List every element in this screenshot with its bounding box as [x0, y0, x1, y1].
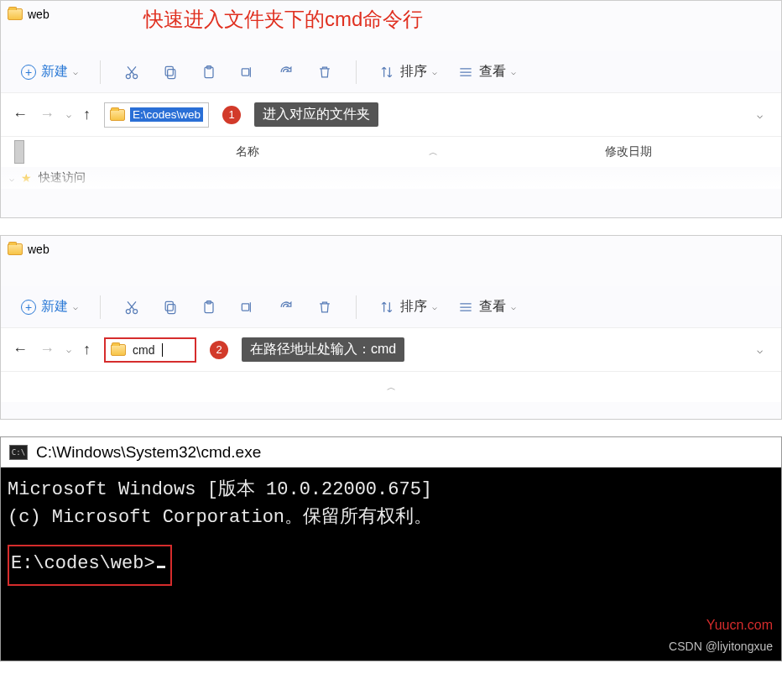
sort-label: 排序 [400, 298, 427, 316]
share-button[interactable] [268, 293, 304, 321]
folder-icon [110, 109, 125, 121]
column-headers: 名称 ︿ 修改日期 [1, 137, 781, 167]
cmd-title: C:\Windows\System32\cmd.exe [36, 443, 261, 462]
sort-button[interactable]: 排序 ⌵ [370, 293, 446, 321]
folder-icon [8, 243, 23, 255]
svg-rect-3 [165, 66, 173, 76]
back-button[interactable]: ← [13, 106, 28, 123]
history-dropdown[interactable]: ⌵ [66, 110, 71, 119]
address-input[interactable]: cmd [131, 343, 156, 357]
rename-button[interactable] [230, 293, 265, 321]
step-2-badge: 2 [210, 341, 228, 359]
fade-overlay [1, 167, 781, 189]
view-button[interactable]: 查看 ⌵ [449, 58, 524, 86]
prompt-highlight: E:\codes\web> [8, 545, 172, 586]
sort-icon [378, 299, 395, 316]
svg-point-1 [133, 74, 138, 78]
svg-rect-2 [168, 69, 175, 78]
step-1-callout: 进入对应的文件夹 [254, 102, 378, 127]
explorer-window-2: web + 新建 ⌵ 排序 ⌵ 查看 ⌵ ← → ⌵ ↑ [0, 235, 782, 420]
forward-button[interactable]: → [39, 341, 55, 358]
delete-button[interactable] [307, 293, 342, 321]
scrollbar-thumb[interactable] [14, 140, 24, 164]
nav-arrows: ← → ⌵ ↑ [13, 106, 91, 123]
titlebar: web [1, 236, 781, 263]
step-1-badge: 1 [222, 106, 241, 124]
separator [100, 60, 101, 84]
sort-label: 排序 [400, 63, 427, 81]
terminal[interactable]: Microsoft Windows [版本 10.0.22000.675] (c… [1, 468, 781, 661]
view-icon [457, 299, 474, 316]
paste-button[interactable] [191, 58, 227, 86]
share-button[interactable] [268, 58, 304, 86]
svg-rect-10 [165, 301, 173, 311]
sort-icon [378, 64, 395, 81]
svg-point-7 [126, 309, 130, 313]
copy-button[interactable] [153, 58, 188, 86]
sort-asc-icon: ︿ [387, 381, 396, 394]
terminal-line-1: Microsoft Windows [版本 10.0.22000.675] [8, 476, 774, 504]
separator [356, 60, 357, 84]
address-right: ⌵ [418, 344, 769, 356]
up-button[interactable]: ↑ [83, 106, 91, 123]
column-headers: ︿ [1, 372, 781, 402]
terminal-cursor [157, 566, 165, 568]
cut-button[interactable] [114, 58, 149, 86]
copy-button[interactable] [153, 293, 188, 321]
terminal-prompt: E:\codes\web> [11, 553, 155, 574]
view-label: 查看 [479, 298, 506, 316]
chevron-down-icon: ⌵ [432, 67, 437, 76]
address-row: ← → ⌵ ↑ cmd 2 在路径地址处输入：cmd ⌵ [1, 328, 781, 372]
step-2-callout: 在路径地址处输入：cmd [242, 337, 404, 362]
address-input[interactable]: E:\codes\web [130, 107, 203, 122]
terminal-line-2: (c) Microsoft Corporation。保留所有权利。 [8, 504, 774, 531]
text-cursor [162, 343, 163, 357]
address-bar[interactable]: E:\codes\web [104, 102, 209, 128]
new-button[interactable]: + 新建 ⌵ [13, 58, 86, 86]
column-name[interactable]: 名称 [177, 144, 412, 159]
svg-rect-13 [242, 303, 248, 310]
cut-button[interactable] [114, 293, 149, 321]
up-button[interactable]: ↑ [83, 341, 91, 358]
new-button[interactable]: + 新建 ⌵ [13, 293, 86, 321]
cmd-window: C:\ C:\Windows\System32\cmd.exe Microsof… [0, 436, 782, 661]
chevron-down-icon[interactable]: ⌵ [757, 344, 763, 356]
separator [356, 295, 357, 319]
rename-button[interactable] [230, 58, 265, 86]
window-title: web [28, 8, 50, 21]
new-label: 新建 [41, 63, 68, 81]
folder-icon [111, 344, 126, 356]
chevron-down-icon: ⌵ [511, 67, 516, 76]
view-button[interactable]: 查看 ⌵ [449, 293, 524, 321]
address-bar[interactable]: cmd [104, 337, 196, 363]
chevron-down-icon: ⌵ [73, 302, 78, 311]
column-modified[interactable]: 修改日期 [412, 144, 781, 159]
view-label: 查看 [479, 63, 506, 81]
nav-arrows: ← → ⌵ ↑ [13, 341, 91, 358]
plus-icon: + [21, 300, 36, 315]
annotation-title: 快速进入文件夹下的cmd命令行 [143, 6, 423, 33]
svg-rect-6 [242, 68, 248, 75]
new-label: 新建 [41, 298, 68, 316]
watermark-yuucn: Yuucn.com [706, 615, 773, 635]
toolbar: + 新建 ⌵ 排序 ⌵ 查看 ⌵ [1, 286, 781, 328]
view-icon [457, 64, 474, 81]
cmd-icon: C:\ [9, 445, 28, 460]
separator [100, 295, 101, 319]
window-title: web [28, 243, 50, 256]
chevron-down-icon: ⌵ [73, 67, 78, 76]
cmd-titlebar: C:\ C:\Windows\System32\cmd.exe [1, 437, 781, 468]
svg-rect-9 [168, 304, 175, 313]
chevron-down-icon[interactable]: ⌵ [757, 109, 763, 121]
history-dropdown[interactable]: ⌵ [66, 345, 71, 354]
svg-point-0 [126, 74, 130, 78]
sort-button[interactable]: 排序 ⌵ [370, 58, 446, 86]
svg-point-8 [133, 309, 138, 313]
delete-button[interactable] [307, 58, 342, 86]
chevron-down-icon: ⌵ [511, 302, 516, 311]
back-button[interactable]: ← [13, 341, 28, 358]
paste-button[interactable] [191, 293, 227, 321]
forward-button[interactable]: → [39, 106, 55, 123]
address-row: ← → ⌵ ↑ E:\codes\web 1 进入对应的文件夹 ⌵ [1, 93, 781, 137]
plus-icon: + [21, 65, 36, 80]
